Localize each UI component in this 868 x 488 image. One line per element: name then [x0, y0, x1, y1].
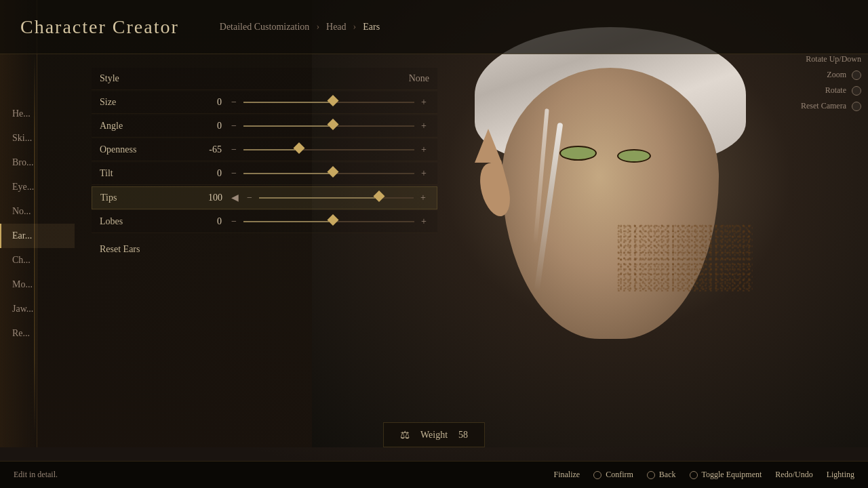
toggle-equipment-button[interactable]: Toggle Equipment — [690, 470, 762, 480]
slider-tips[interactable]: ◀ − + — [229, 192, 429, 203]
camera-zoom-item[interactable]: Zoom — [827, 70, 861, 80]
sidebar-item-nose[interactable]: No... — [0, 199, 75, 224]
slider-openness[interactable]: − + — [229, 144, 429, 155]
slider-angle[interactable]: − + — [229, 121, 429, 131]
breadcrumb-sep-0: › — [316, 22, 319, 33]
increase-openness-button[interactable]: + — [418, 144, 429, 155]
label-tilt: Tilt — [100, 168, 181, 179]
lighting-button[interactable]: Lighting — [827, 470, 854, 480]
decrease-tilt-button[interactable]: − — [229, 168, 239, 179]
camera-rotate-label: Rotate Up/Down — [806, 54, 861, 64]
reset-camera-label: Reset Camera — [801, 101, 846, 111]
sidebar-item-ears[interactable]: Ear... — [0, 224, 75, 248]
thumb-lobes[interactable] — [328, 214, 339, 226]
thumb-openness[interactable] — [293, 142, 304, 154]
slider-size[interactable]: − + — [229, 97, 429, 108]
sidebar-item-brow[interactable]: Bro... — [0, 150, 75, 175]
slider-tilt[interactable]: − + — [229, 168, 429, 179]
control-row-openness: Openness -65 − + — [92, 139, 437, 161]
track-openness[interactable] — [243, 149, 414, 150]
increase-tilt-button[interactable]: + — [418, 168, 429, 179]
sidebar-item-reset[interactable]: Re... — [0, 321, 75, 346]
fill-angle — [243, 125, 329, 127]
slider-lobes[interactable]: − + — [229, 216, 429, 227]
decrease-angle-button[interactable]: − — [229, 121, 239, 131]
label-style: Style — [100, 73, 181, 84]
decrease-tips-button2[interactable]: − — [244, 192, 255, 203]
eye-right — [559, 146, 597, 161]
label-tips: Tips — [100, 192, 182, 203]
finalize-button[interactable]: Finalize — [554, 470, 580, 480]
control-row-angle: Angle 0 − + — [92, 115, 437, 138]
sidebar-item-mouth[interactable]: Mo... — [0, 272, 75, 297]
toggle-circle — [690, 471, 698, 479]
rotate-circle[interactable] — [852, 86, 861, 96]
reset-row: Reset Ears — [92, 236, 437, 262]
track-tips[interactable] — [259, 197, 414, 199]
value-lobes: 0 — [181, 216, 222, 227]
thumb-tips[interactable] — [374, 190, 385, 202]
toggle-label: Toggle Equipment — [702, 470, 762, 480]
fill-size — [243, 102, 329, 103]
sidebar-item-cheek[interactable]: Ch... — [0, 248, 75, 272]
back-button[interactable]: Back — [647, 470, 676, 480]
breadcrumb-sep-1: › — [353, 22, 357, 33]
sidebar-item-eye[interactable]: Eye... — [0, 175, 75, 199]
weight-icon: ⚖ — [400, 428, 410, 441]
increase-size-button[interactable]: + — [418, 97, 429, 108]
decrease-size-button[interactable]: − — [229, 97, 239, 108]
weight-indicator: ⚖ Weight 58 — [383, 422, 485, 447]
track-size[interactable] — [243, 102, 414, 103]
rotate-updown-label: Rotate Up/Down — [806, 54, 861, 64]
track-angle[interactable] — [243, 125, 414, 127]
zoom-circle[interactable] — [852, 70, 861, 80]
main-content: Style None Size 0 − + Angle 0 − + Open — [78, 54, 451, 275]
label-angle: Angle — [100, 121, 181, 131]
fill-tips — [259, 197, 375, 199]
label-size: Size — [100, 97, 181, 108]
control-row-tilt: Tilt 0 − + — [92, 163, 437, 185]
increase-tips-button[interactable]: + — [418, 192, 429, 203]
decrease-openness-button[interactable]: − — [229, 144, 239, 155]
sidebar-item-skin[interactable]: Ski... — [0, 126, 75, 150]
increase-angle-button[interactable]: + — [418, 121, 429, 131]
track-tilt[interactable] — [243, 173, 414, 174]
sidebar-item-jaw[interactable]: Jaw... — [0, 297, 75, 321]
ear-tip — [475, 129, 502, 163]
decrease-tips-button[interactable]: ◀ — [229, 192, 240, 203]
weight-label: Weight — [420, 430, 448, 441]
decrease-lobes-button[interactable]: − — [229, 216, 239, 227]
camera-controls: Rotate Up/Down Zoom Rotate Reset Camera — [801, 54, 861, 111]
confirm-button[interactable]: Confirm — [593, 470, 633, 480]
breadcrumb-item-2[interactable]: Ears — [363, 22, 380, 33]
control-row-size: Size 0 − + — [92, 92, 437, 114]
thumb-tilt[interactable] — [328, 166, 339, 178]
reset-ears-button[interactable]: Reset Ears — [100, 244, 140, 255]
camera-reset-item[interactable]: Reset Camera — [801, 101, 861, 111]
reset-camera-circle[interactable] — [852, 102, 861, 111]
breadcrumb-item-0[interactable]: Detailed Customization — [220, 22, 310, 33]
fill-lobes — [243, 221, 329, 222]
thumb-angle[interactable] — [328, 119, 339, 130]
breadcrumb-item-1[interactable]: Head — [326, 22, 347, 33]
redo-undo-button[interactable]: Redo/Undo — [775, 470, 812, 480]
sidebar-item-head[interactable]: He... — [0, 102, 75, 126]
rotate-label: Rotate — [825, 85, 846, 96]
thumb-size[interactable] — [328, 95, 339, 106]
eye-left — [617, 149, 651, 163]
finalize-label: Finalize — [554, 470, 580, 480]
camera-rotate-item[interactable]: Rotate — [825, 85, 861, 96]
bottom-actions: Finalize Confirm Back Toggle Equipment R… — [554, 470, 854, 480]
fill-openness — [243, 149, 295, 150]
control-row-tips: Tips 100 ◀ − + — [92, 186, 437, 209]
weight-value: 58 — [458, 430, 468, 441]
value-tips: 100 — [182, 192, 222, 203]
back-circle — [647, 471, 655, 479]
app-title: Character Creator — [20, 16, 179, 38]
control-row-lobes: Lobes 0 − + — [92, 211, 437, 233]
control-row-style: Style None — [92, 68, 437, 90]
track-lobes[interactable] — [243, 221, 414, 222]
value-openness: -65 — [181, 144, 222, 155]
increase-lobes-button[interactable]: + — [418, 216, 429, 227]
bottom-bar: Edit in detail. Finalize Confirm Back To… — [0, 461, 868, 488]
